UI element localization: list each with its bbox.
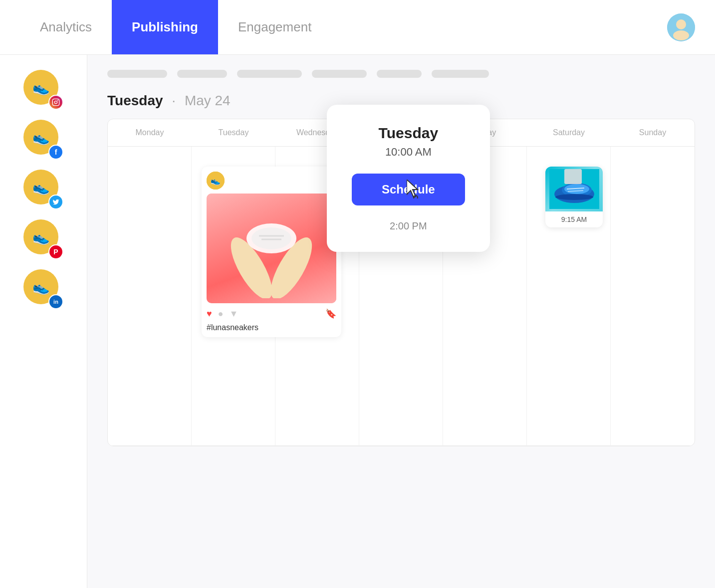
svg-text:👟: 👟 xyxy=(32,279,50,295)
instagram-badge xyxy=(48,95,63,110)
publishing-tab[interactable]: Publishing xyxy=(112,0,218,54)
bookmark-icon[interactable]: 🔖 xyxy=(325,308,336,319)
svg-point-7 xyxy=(57,100,58,101)
header-sunday: Sunday xyxy=(611,119,695,146)
svg-rect-5 xyxy=(52,99,59,105)
schedule-popup-time-2: 2:00 PM xyxy=(352,220,465,232)
sidebar-item-facebook[interactable]: 👟 f xyxy=(23,120,63,160)
pinterest-badge: P xyxy=(48,244,63,259)
current-date: May 24 xyxy=(185,93,231,108)
svg-point-6 xyxy=(54,101,57,103)
post-card: 👟 ··· xyxy=(202,167,341,337)
cell-tuesday[interactable]: 👟 ··· xyxy=(192,147,275,446)
twitter-badge xyxy=(48,195,63,209)
schedule-popup-time-1: 10:00 AM xyxy=(352,146,465,159)
header-monday: Monday xyxy=(108,119,192,146)
sidebar-item-linkedin[interactable]: 👟 in xyxy=(23,269,63,309)
sidebar-item-instagram[interactable]: 👟 xyxy=(23,70,63,110)
comment-icon[interactable]: ● xyxy=(218,309,224,319)
sidebar-item-pinterest[interactable]: 👟 P xyxy=(23,219,63,259)
engagement-tab[interactable]: Engagement xyxy=(218,0,331,54)
sneaker-post-card: 9:15 AM xyxy=(545,167,603,227)
skeleton-bar-2 xyxy=(177,70,227,78)
current-day-name: Tuesday xyxy=(107,93,163,108)
main-layout: 👟 👟 f xyxy=(0,55,715,588)
skeleton-bar-4 xyxy=(312,70,367,78)
skeleton-bar-6 xyxy=(432,70,489,78)
cell-monday[interactable] xyxy=(108,147,192,446)
post-card-actions: ♥ ● ▼ 🔖 xyxy=(207,308,336,319)
share-icon[interactable]: ▼ xyxy=(230,309,238,319)
facebook-badge: f xyxy=(48,145,63,160)
post-card-header: 👟 ··· xyxy=(207,172,336,190)
skeleton-bar-1 xyxy=(107,70,167,78)
skeleton-bar-3 xyxy=(237,70,302,78)
user-avatar[interactable] xyxy=(667,13,695,41)
schedule-button[interactable]: Schedule xyxy=(352,174,465,205)
svg-text:👟: 👟 xyxy=(32,179,50,196)
svg-point-2 xyxy=(673,30,689,40)
svg-point-1 xyxy=(676,19,686,29)
svg-text:👟: 👟 xyxy=(32,129,50,146)
svg-rect-31 xyxy=(564,169,582,184)
social-accounts-sidebar: 👟 👟 f xyxy=(0,55,87,588)
svg-point-28 xyxy=(555,194,593,200)
cell-sunday[interactable] xyxy=(611,147,695,446)
header-saturday: Saturday xyxy=(527,119,611,146)
linkedin-badge: in xyxy=(48,294,63,309)
post-caption: #lunasneakers xyxy=(207,323,336,332)
skeleton-bar-5 xyxy=(377,70,422,78)
svg-text:👟: 👟 xyxy=(32,79,50,96)
svg-point-21 xyxy=(251,227,291,249)
like-icon[interactable]: ♥ xyxy=(207,309,212,319)
sneaker-card-image xyxy=(545,167,603,211)
sidebar-item-twitter[interactable]: 👟 xyxy=(23,170,63,209)
svg-text:👟: 👟 xyxy=(32,229,50,245)
sneaker-card-time: 9:15 AM xyxy=(545,211,603,227)
date-separator: · xyxy=(168,93,180,108)
schedule-popup-day: Tuesday xyxy=(352,125,465,142)
schedule-popup: Tuesday 10:00 AM Schedule 2:00 PM xyxy=(327,105,490,252)
analytics-tab[interactable]: Analytics xyxy=(20,0,112,54)
cell-saturday[interactable]: 9:15 AM xyxy=(527,147,611,446)
content-area: Tuesday · May 24 Monday Tuesday Wednesda… xyxy=(87,55,715,588)
skeleton-loading-row xyxy=(107,70,695,78)
header-tuesday: Tuesday xyxy=(192,119,275,146)
top-navigation: Analytics Publishing Engagement xyxy=(0,0,715,55)
svg-text:👟: 👟 xyxy=(211,176,221,186)
post-image xyxy=(207,194,336,303)
post-card-avatar: 👟 xyxy=(207,172,225,190)
